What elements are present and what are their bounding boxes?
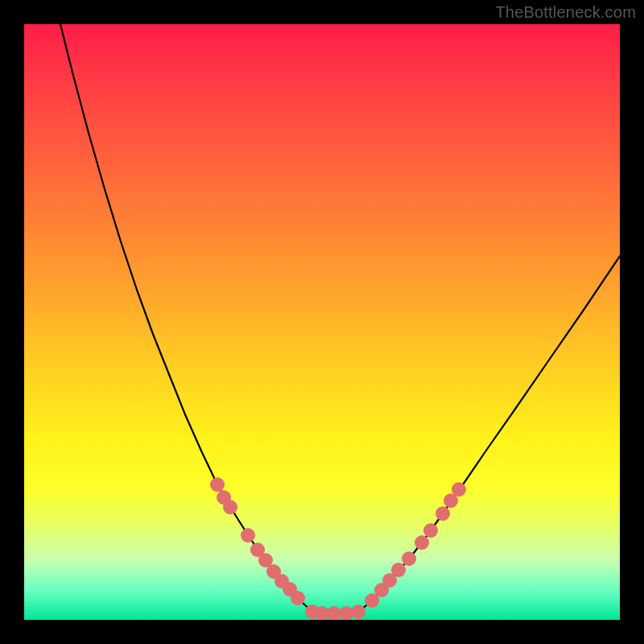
chart-frame: TheBottleneck.com — [0, 0, 644, 644]
curve-marker — [402, 551, 416, 566]
curve-marker — [291, 591, 305, 605]
watermark-text: TheBottleneck.com — [495, 3, 636, 22]
curve-marker — [210, 477, 225, 492]
curve-marker — [415, 535, 429, 550]
curve-marker — [351, 605, 365, 619]
curve-markers — [210, 477, 466, 620]
curve-marker — [423, 523, 438, 538]
plot-area — [24, 24, 620, 620]
chart-svg — [24, 24, 620, 620]
curve-marker — [223, 500, 237, 514]
curve-marker — [241, 528, 255, 543]
curve-marker — [391, 563, 406, 577]
curve-marker — [436, 506, 450, 521]
bottleneck-curve — [60, 24, 620, 613]
curve-marker — [452, 482, 466, 497]
